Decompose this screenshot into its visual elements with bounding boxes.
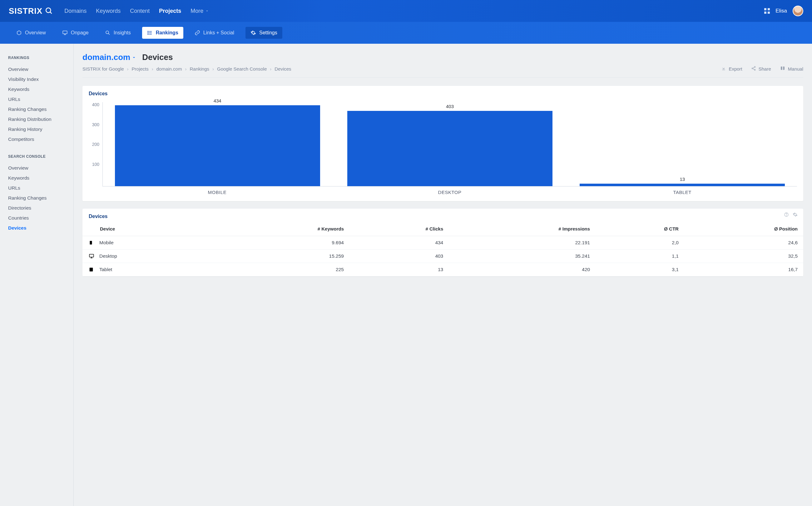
secnav-item-insights[interactable]: Insights — [100, 27, 136, 39]
secnav-item-onpage[interactable]: Onpage — [57, 27, 94, 39]
breadcrumb-sep: › — [212, 66, 214, 72]
table-header[interactable]: # Keywords — [220, 222, 350, 236]
secnav-label: Links + Social — [203, 30, 234, 35]
table-header[interactable]: Device — [82, 222, 220, 236]
device-name: Desktop — [99, 253, 117, 259]
breadcrumb-item[interactable]: Google Search Console — [217, 66, 267, 72]
topnav-label: Domains — [64, 8, 87, 14]
export-action[interactable]: Export — [721, 66, 742, 72]
secnav-label: Rankings — [156, 30, 178, 35]
link-icon — [195, 30, 200, 35]
domain-selector[interactable]: domain.com — [82, 53, 137, 62]
page-title: Devices — [142, 53, 173, 62]
svg-point-9 — [106, 31, 109, 34]
table-header[interactable]: # Clicks — [350, 222, 449, 236]
brand-logo[interactable]: SISTRIX — [9, 6, 53, 16]
secnav-item-links-social[interactable]: Links + Social — [190, 27, 239, 39]
x-label: DESKTOP — [338, 190, 561, 195]
device-name: Tablet — [99, 267, 112, 272]
avatar[interactable] — [793, 6, 803, 16]
x-label: TABLET — [570, 190, 794, 195]
sidebar-item-ranking-distribution[interactable]: Ranking Distribution — [8, 114, 65, 124]
topnav-item-projects[interactable]: Projects — [159, 8, 181, 14]
y-tick: 300 — [92, 122, 99, 127]
sidebar-item-overview[interactable]: Overview — [8, 64, 65, 74]
sidebar-item-urls[interactable]: URLs — [8, 183, 65, 193]
share-action[interactable]: Share — [751, 66, 771, 72]
help-icon[interactable] — [784, 212, 789, 218]
divider — [82, 77, 803, 78]
sidebar-group: RANKINGSOverviewVisibility IndexKeywords… — [8, 56, 65, 144]
table-header[interactable]: # Impressions — [449, 222, 596, 236]
sidebar-item-overview[interactable]: Overview — [8, 163, 65, 173]
breadcrumb-item[interactable]: Projects — [132, 66, 149, 72]
bar-mobile: 434 — [106, 102, 329, 186]
topnav-item-more[interactable]: More — [190, 8, 209, 14]
sidebar: RANKINGSOverviewVisibility IndexKeywords… — [0, 44, 74, 506]
bar-value-label: 13 — [571, 176, 794, 182]
mobile-icon — [89, 240, 94, 246]
cell-clicks: 403 — [350, 250, 449, 263]
apps-icon[interactable] — [764, 8, 770, 14]
cell-impressions: 420 — [449, 263, 596, 276]
devices-chart: 400300200100 43440313 — [89, 102, 797, 186]
sidebar-group-title: SEARCH CONSOLE — [8, 154, 65, 159]
secnav-label: Settings — [259, 30, 277, 35]
breadcrumb-item[interactable]: Devices — [275, 66, 291, 72]
cell-clicks: 434 — [350, 236, 449, 250]
secnav-label: Insights — [114, 30, 131, 35]
chevron-down-icon — [131, 53, 137, 62]
secondary-nav: OverviewOnpageInsightsRankingsLinks + So… — [0, 22, 812, 44]
table-header[interactable]: Ø Position — [684, 222, 803, 236]
bar — [580, 184, 785, 186]
table-header[interactable]: Ø CTR — [596, 222, 684, 236]
breadcrumb-sep: › — [185, 66, 186, 72]
cell-impressions: 22.191 — [449, 236, 596, 250]
sidebar-item-urls[interactable]: URLs — [8, 94, 65, 104]
sidebar-item-ranking-changes[interactable]: Ranking Changes — [8, 104, 65, 114]
sidebar-item-devices[interactable]: Devices — [8, 223, 65, 233]
sidebar-item-keywords[interactable]: Keywords — [8, 84, 65, 94]
sidebar-item-ranking-history[interactable]: Ranking History — [8, 124, 65, 134]
cell-ctr: 1,1 — [596, 250, 684, 263]
user-name[interactable]: Elisa — [776, 8, 787, 14]
topnav-item-content[interactable]: Content — [130, 8, 150, 14]
tablet-icon — [89, 267, 94, 272]
topnav: DomainsKeywordsContentProjectsMore — [64, 8, 764, 14]
table-row[interactable]: Mobile9.69443422.1912,024,6 — [82, 236, 803, 250]
table-row[interactable]: Tablet225134203,116,7 — [82, 263, 803, 276]
svg-point-0 — [46, 8, 51, 12]
brand-text: SISTRIX — [9, 6, 42, 16]
desktop-icon — [89, 253, 94, 259]
sidebar-item-ranking-changes[interactable]: Ranking Changes — [8, 193, 65, 203]
topnav-item-keywords[interactable]: Keywords — [96, 8, 120, 14]
sidebar-item-competitors[interactable]: Competitors — [8, 134, 65, 144]
breadcrumb-sep: › — [270, 66, 271, 72]
page-header: domain.com Devices — [82, 53, 803, 62]
table-row[interactable]: Desktop15.25940335.2411,132,5 — [82, 250, 803, 263]
breadcrumb-item[interactable]: domain.com — [157, 66, 182, 72]
secnav-item-rankings[interactable]: Rankings — [142, 27, 183, 39]
secnav-item-settings[interactable]: Settings — [246, 27, 282, 39]
bar — [115, 105, 320, 186]
sidebar-item-directories[interactable]: Directories — [8, 203, 65, 213]
secnav-item-overview[interactable]: Overview — [11, 27, 51, 39]
book-icon — [780, 66, 786, 72]
gear-icon[interactable] — [793, 212, 798, 218]
sidebar-item-countries[interactable]: Countries — [8, 213, 65, 223]
svg-rect-3 — [768, 8, 770, 10]
breadcrumb-item[interactable]: Rankings — [190, 66, 209, 72]
secnav-label: Overview — [25, 30, 46, 35]
sidebar-item-visibility-index[interactable]: Visibility Index — [8, 74, 65, 84]
breadcrumb-sep: › — [127, 66, 129, 72]
topnav-label: More — [190, 8, 203, 14]
cell-ctr: 3,1 — [596, 263, 684, 276]
bar-value-label: 403 — [338, 104, 561, 109]
topnav-item-domains[interactable]: Domains — [64, 8, 87, 14]
breadcrumb-item[interactable]: SISTRIX for Google — [82, 66, 124, 72]
cell-keywords: 15.259 — [220, 250, 350, 263]
manual-action[interactable]: Manual — [780, 66, 803, 72]
page-action-label: Export — [729, 66, 742, 72]
domain-name: domain.com — [82, 53, 130, 62]
sidebar-item-keywords[interactable]: Keywords — [8, 173, 65, 183]
